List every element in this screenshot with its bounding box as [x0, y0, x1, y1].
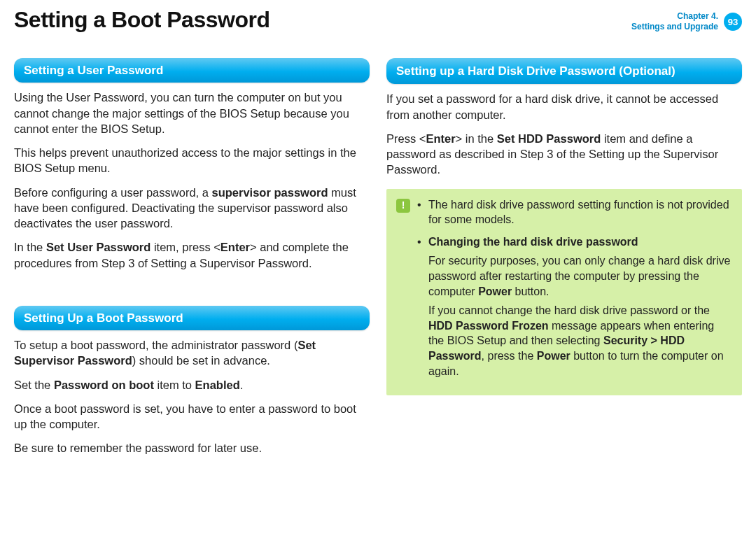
chapter-line2: Settings and Upgrade [631, 22, 718, 32]
paragraph: Be sure to remember the password for lat… [14, 440, 370, 456]
bold-text: Power [478, 285, 512, 297]
paragraph: For security purposes, you can only chan… [428, 253, 732, 299]
text: , press the [482, 350, 537, 362]
two-column-layout: Setting a User Password Using the User P… [14, 58, 742, 465]
paragraph: Before configuring a user password, a su… [14, 185, 370, 232]
right-column: Setting up a Hard Disk Drive Password (O… [386, 58, 742, 465]
info-callout: ! The hard disk drive password setting f… [386, 189, 742, 396]
bold-text: Set HDD Password [497, 132, 601, 145]
text: To setup a boot password, the administra… [14, 339, 298, 351]
document-page: Setting a Boot Password Chapter 4. Setti… [0, 0, 756, 479]
info-bullet: The hard disk drive password setting fun… [417, 197, 732, 227]
text: Set the [14, 379, 54, 391]
bold-text: HDD Password Frozen [428, 320, 549, 332]
text: button. [512, 285, 549, 297]
section-heading-user-password: Setting a User Password [14, 58, 370, 83]
paragraph: If you set a password for a hard disk dr… [386, 91, 742, 122]
text: The hard disk drive password setting fun… [428, 199, 729, 226]
chapter-line1: Chapter 4. [631, 11, 718, 22]
paragraph: Once a boot password is set, you have to… [14, 401, 370, 432]
spacer [14, 279, 370, 306]
paragraph: This helps prevent unauthorized access t… [14, 145, 370, 176]
text: item, press < [150, 241, 220, 253]
bold-text: supervisor password [212, 186, 328, 199]
info-bullet: Changing the hard disk drive password Fo… [417, 234, 732, 379]
bold-text: Enter [220, 241, 250, 253]
info-content: The hard disk drive password setting fun… [417, 197, 732, 386]
paragraph: Press <Enter> in the Set HDD Password it… [386, 131, 742, 178]
paragraph: Using the User Password, you can turn th… [14, 90, 370, 136]
text: Before configuring a user password, a [14, 186, 212, 199]
bold-text: Power [537, 350, 570, 362]
warning-icon: ! [396, 199, 410, 213]
paragraph: If you cannot change the hard disk drive… [428, 303, 732, 379]
text: ) should be set in advance. [132, 354, 270, 367]
left-column: Setting a User Password Using the User P… [14, 58, 370, 465]
text: If you cannot change the hard disk drive… [428, 304, 710, 316]
text: > in the [456, 132, 497, 145]
chapter-block: Chapter 4. Settings and Upgrade 93 [631, 7, 742, 32]
paragraph: To setup a boot password, the administra… [14, 337, 370, 369]
bold-text: Password on boot [54, 379, 154, 391]
text: In the [14, 241, 46, 253]
header-bar: Setting a Boot Password Chapter 4. Setti… [14, 7, 742, 37]
page-number-badge: 93 [724, 13, 742, 31]
bold-text: Enabled [195, 379, 240, 391]
bold-heading: Changing the hard disk drive password [428, 236, 638, 248]
section-heading-hdd-password: Setting up a Hard Disk Drive Password (O… [386, 58, 742, 84]
chapter-label: Chapter 4. Settings and Upgrade [631, 11, 718, 32]
bold-text: Enter [426, 132, 455, 145]
text: For security purposes, you can only chan… [428, 255, 730, 297]
paragraph: Set the Password on boot item to Enabled… [14, 377, 370, 393]
section-heading-boot-password: Setting Up a Boot Password [14, 306, 370, 330]
page-title: Setting a Boot Password [14, 7, 270, 33]
text: Press < [386, 132, 426, 145]
text: item to [154, 379, 195, 391]
text: . [240, 379, 244, 391]
bold-text: Set User Password [46, 241, 150, 253]
paragraph: In the Set User Password item, press <En… [14, 239, 370, 271]
